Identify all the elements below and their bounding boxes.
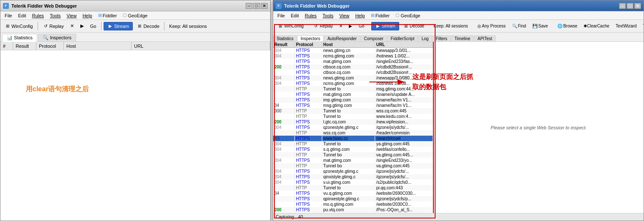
table-row[interactable]: HTTP Tunnel to pi.qq.com:443 (273, 185, 433, 191)
th-result: Result (273, 42, 294, 48)
cell-protocol: HTTPS (294, 125, 322, 130)
clearcache-button[interactable]: ✱ClearCache (581, 22, 612, 30)
stream-button-right[interactable]: ▶ Stream (371, 22, 399, 30)
dtab-apitest[interactable]: APITest (474, 35, 495, 41)
decode-button-left[interactable]: ⊞ Decode (134, 22, 162, 30)
arrow-annotation: 这是刷新页面之后抓 取的数据包 (366, 72, 473, 92)
x-button-left[interactable]: ✕ (68, 22, 77, 30)
table-row[interactable]: HTTPS mo.q.gtimg.com /website/2030C0... (273, 202, 433, 207)
winconfig-button-left[interactable]: ⊞ WinConfig (2, 22, 36, 30)
close-button-right[interactable]: ✕ (634, 3, 641, 9)
menu-edit[interactable]: Edit (16, 13, 29, 19)
menu-geoedge[interactable]: ⬡ GeoEdge (120, 12, 150, 19)
tab-inspectors-left[interactable]: 🔍 Inspectors (38, 34, 76, 41)
table-row[interactable]: 304 HTTPS v.ui.gtimg.com /s2/public/qdcf… (273, 180, 433, 185)
cell-protocol: HTTP (294, 130, 322, 136)
table-row[interactable]: HTTPS mat.gtimg.com /singleEnd233/fas... (273, 59, 433, 64)
table-row[interactable]: 304 HTTPS qzonestyle.gtimg.c /qzone/js/y… (273, 125, 433, 130)
replay-button-right[interactable]: ↺ Replay (310, 22, 335, 30)
dtab-inspectors[interactable]: Inspectors (297, 35, 323, 41)
table-row[interactable]: 34 HTTPS vu.q.gtimg.com /website/2690C03… (273, 191, 433, 196)
cell-protocol: HTTPS (294, 97, 322, 103)
textwizard-button[interactable]: TextWizard (613, 22, 639, 30)
table-row[interactable]: 200 HTTPS l.gtc.cq.com /new.vipfession..… (273, 119, 433, 125)
tab-statistics-left[interactable]: 📊 Statistics (2, 34, 37, 42)
toolbar-sep-2 (101, 22, 101, 30)
save-button[interactable]: 💾 Save (530, 22, 551, 30)
table-row[interactable]: 200 HTTPS ctbsce.cq.com /v/cdbdt2Bssion#… (273, 64, 433, 70)
menu-rules[interactable]: Rules (30, 13, 47, 19)
right-sessions-pane[interactable]: Result Protocol Host URL 304 HTTPS news.… (273, 42, 434, 213)
table-row[interactable]: 300 HTTP Tunnel to wss.cq.com:445 (273, 108, 433, 114)
rmenu-edit[interactable]: Edit (288, 13, 301, 19)
minimize-button-left[interactable]: ─ (246, 3, 252, 9)
cell-url: /qzone/js/ydcfs/... (375, 125, 433, 130)
maximize-button-right[interactable]: □ (627, 3, 633, 9)
rmenu-tools[interactable]: Tools (320, 13, 336, 19)
keep-sessions-button[interactable]: Keep: All sessions (167, 22, 209, 30)
dtab-filters[interactable]: Filters (433, 35, 451, 41)
go-button-left[interactable]: Go (88, 22, 99, 30)
maximize-button-left[interactable]: □ (253, 3, 260, 9)
cell-protocol: HTTPS (294, 207, 322, 213)
left-toolbar: ⊞ WinConfig ↺ Replay ✕ ▶ Go ▶ Stream ⊞ D… (0, 20, 270, 33)
dtab-composer[interactable]: Composer (361, 35, 387, 41)
table-row[interactable]: HTTPS mat.gtimg.com /sname/s/update A... (273, 92, 433, 97)
table-row[interactable]: X4 HTTPS www.bseu.cc /search/cruel (273, 136, 433, 141)
rx-button[interactable]: ✕ (337, 22, 345, 30)
menu-file[interactable]: File (2, 13, 15, 19)
table-row[interactable]: 304 HTTPS ncms.gtimg.com /hotnews 1.0/02… (273, 53, 433, 59)
rmenu-fiddler[interactable]: ⊞ Fiddler (368, 12, 392, 19)
table-row[interactable]: 304 HTTP Tunnel to ya.gtimg.com:445 (273, 141, 433, 147)
close-button-left[interactable]: ✕ (261, 3, 268, 9)
keep-all-sessions-right[interactable]: Keep: All sessions (431, 22, 470, 30)
dtab-statistics[interactable]: Statistics (273, 35, 297, 41)
find-button[interactable]: 🔍 Find (510, 22, 529, 30)
rmenu-rules[interactable]: Rules (302, 13, 319, 19)
table-row[interactable]: 304 HTTPS mat.gtimg.com /singleEnd233/yo… (273, 158, 433, 163)
stream-button-left[interactable]: ▶ Stream (104, 22, 133, 30)
rmenu-geoedge[interactable]: ⬡ GeoEdge (393, 12, 422, 19)
dtab-fiddlerscript[interactable]: FiddlerScript (387, 35, 418, 41)
browse-button[interactable]: 🌐 Browse (555, 22, 580, 30)
rarrow-button[interactable]: ▶ (346, 22, 355, 30)
table-row[interactable]: 34 HTTPS msg.gtimg.com /sname/fac/m V1..… (273, 103, 433, 108)
minimize-button-right[interactable]: ─ (619, 3, 626, 9)
rmenu-view[interactable]: View (337, 13, 352, 19)
decode-button-right[interactable]: ⊞ Decode (400, 22, 427, 30)
menu-view[interactable]: View (64, 13, 79, 19)
tearoff-button[interactable]: Tearoff (641, 22, 644, 30)
table-row[interactable]: 304 HTTPS qinxistyle.gtimg.c /qzone/js/y… (273, 174, 433, 180)
cell-host: ncms.gtimg.com (322, 53, 375, 59)
table-row[interactable]: 304 HTTPS s.q.gtimg.com /webfas/confello… (273, 147, 433, 152)
dtab-timeline[interactable]: Timeline (451, 35, 474, 41)
arrow-button-left[interactable]: ▶ (78, 22, 86, 30)
table-row[interactable]: HTTPS qpinxestyle.gtimg.c /qzone/js/ydcf… (273, 196, 433, 202)
cell-host: msg.gtimg.com (322, 103, 375, 108)
left-session-list[interactable] (0, 50, 270, 221)
table-row[interactable]: HTTPS imp.gtimg.com /sname/fac/m V1... (273, 97, 433, 103)
menu-fiddler[interactable]: ⊞ Fiddler (96, 12, 120, 19)
menu-help[interactable]: Help (80, 13, 95, 19)
cell-host: ctbsce.cq.com (322, 64, 375, 70)
winconfig-button-right[interactable]: ⊞ WinConfig (275, 22, 306, 30)
table-row[interactable]: 200 HTTPS pu.vtq.com /Pos:-OQon_al_S... (273, 207, 433, 213)
table-row[interactable]: HTTP Tunnel bo va.gtimg.com:445... (273, 152, 433, 158)
cell-result: 200 (273, 119, 294, 125)
any-process-button[interactable]: ◎ Any Process (475, 22, 508, 30)
table-row[interactable]: 304 HTTPS news.gtimg.cn /newsapp/3.0/01.… (273, 48, 433, 54)
rmenu-file[interactable]: File (275, 13, 288, 19)
cell-result: 304 (273, 53, 294, 59)
dtab-autoresponder[interactable]: AutoResponder (324, 35, 360, 41)
table-row[interactable]: 304 HTTPS qzonestyle.gtimg.c /qzone/js/y… (273, 169, 433, 174)
table-row[interactable]: HTTP Tunnel to www.kedu.com:4... (273, 114, 433, 119)
dtab-log[interactable]: Log (418, 35, 432, 41)
rgo-button[interactable]: Go (356, 22, 367, 30)
table-row[interactable]: HTTP wss.cq.com /header/commisin (273, 130, 433, 136)
replay-button-left[interactable]: ↺ Replay (40, 22, 66, 30)
cell-protocol: HTTPS (294, 53, 322, 59)
cell-url: va.gtimg.com:445 (375, 163, 433, 169)
menu-tools[interactable]: Tools (47, 13, 63, 19)
table-row[interactable]: HTTP Tunnel bo va.gtimg.com:445 (273, 163, 433, 169)
rmenu-help[interactable]: Help (353, 13, 367, 19)
